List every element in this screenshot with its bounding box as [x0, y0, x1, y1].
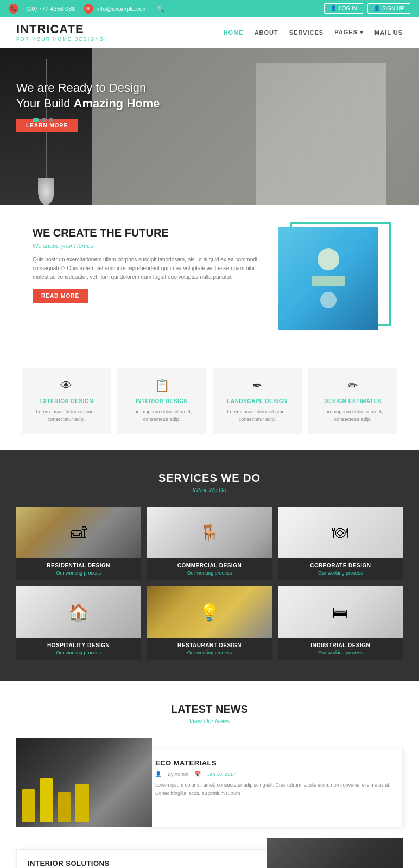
dot-2[interactable] [49, 118, 53, 122]
interior-icon: 📋 [125, 379, 198, 393]
industrial-info: INDUSTRIAL DESIGN Our working process [278, 638, 403, 660]
news-item-2: 🍽 INTERIOR SOLUTIONS 👤 By Admin 📅 Feb 01… [16, 838, 403, 868]
industrial-sub: Our working process [285, 650, 396, 655]
about-body: Quis nostrum exercitationem ullam corpor… [33, 256, 262, 282]
logo: INTRICATE FOR YOUR HOME DESIGNS [16, 22, 104, 42]
news-meta-1: 👤 By Admin 📅 Jan 10, 2017 [155, 771, 391, 777]
email-contact: ✉ info@example.com [84, 4, 147, 14]
nav-mail[interactable]: MAIL US [374, 29, 403, 36]
dot-active[interactable] [33, 118, 39, 122]
signup-button[interactable]: 👤 SIGN UP [367, 3, 410, 14]
about-tagline: We shape your Homes [33, 242, 262, 249]
nav-pages[interactable]: PAGES ▾ [334, 29, 364, 36]
nav-about[interactable]: ABOUT [255, 29, 278, 36]
services-dark-heading: SERVICES WE DO [16, 472, 403, 484]
person-icon: 👤 [330, 5, 337, 11]
dot-1[interactable] [42, 118, 46, 122]
about-image [278, 227, 378, 330]
top-bar-right: 👤 LOG IN 👤 SIGN UP [324, 3, 410, 14]
news-image-2: 🍽 [267, 838, 403, 868]
hero-content: We are Ready to Design Your Build Amazin… [16, 80, 160, 132]
service-item-commercial: 🪑 COMMERCIAL DESIGN Our working process [147, 507, 271, 580]
exterior-icon: 👁 [30, 379, 103, 393]
restaurant-image: 💡 [147, 586, 271, 638]
about-text: WE CREATE THE FUTURE We shape your Homes… [33, 227, 262, 303]
service-card-title-0: EXTERIOR DESIGN [30, 398, 103, 404]
corporate-sub: Our working process [285, 570, 396, 576]
phone-icon: 📞 [9, 4, 18, 14]
nav-services[interactable]: SERVICES [289, 29, 323, 36]
about-section: WE CREATE THE FUTURE We shape your Homes… [0, 205, 419, 357]
service-card-desc-2: Lorem ipsum dolor sit amet, consectetur … [221, 409, 294, 423]
residential-image: 🛋 [16, 507, 141, 558]
commercial-sub: Our working process [154, 570, 265, 576]
logo-subtitle: FOR YOUR HOME DESIGNS [16, 36, 104, 42]
service-card-title-3: DESIGN ESTIMATES [316, 398, 389, 404]
service-item-residential: 🛋 RESIDENTIAL DESIGN Our working process [16, 507, 141, 580]
service-card-interior: 📋 INTERIOR DESIGN Lorem ipsum dolor sit … [117, 368, 206, 434]
latest-news-tagline: View Our News [16, 718, 403, 724]
hospitality-sub: Our working process [23, 650, 134, 655]
news-author-icon-1: 👤 [155, 771, 161, 777]
service-item-industrial: 🛏 INDUSTRIAL DESIGN Our working process [278, 586, 403, 660]
service-card-desc-3: Lorem ipsum dolor sit amet, consectetur … [316, 409, 389, 423]
commercial-info: COMMERCIAL DESIGN Our working process [147, 558, 271, 580]
news-calendar-icon-1: 📅 [195, 771, 201, 777]
services-dark-section: SERVICES WE DO What We Do 🛋 RESIDENTIAL … [0, 450, 419, 681]
estimates-icon: ✏ [316, 379, 389, 393]
header: INTRICATE FOR YOUR HOME DESIGNS HOME ABO… [0, 17, 419, 48]
email-address: info@example.com [96, 5, 147, 12]
login-button[interactable]: 👤 LOG IN [324, 3, 363, 14]
service-card-exterior: 👁 EXTERIOR DESIGN Lorem ipsum dolor sit … [22, 368, 111, 434]
corporate-title: CORPORATE DESIGN [285, 563, 396, 569]
email-icon: ✉ [84, 4, 93, 14]
news-item-1: ECO MATERIALS 👤 By Admin 📅 Jan 10, 2017 … [16, 738, 403, 827]
news-author-1: By Admin [168, 771, 188, 777]
service-card-estimates: ✏ DESIGN ESTIMATES Lorem ipsum dolor sit… [308, 368, 397, 434]
about-heading: WE CREATE THE FUTURE [33, 227, 262, 239]
service-card-landscape: ✒ LANDSCAPE DESIGN Lorem ipsum dolor sit… [213, 368, 302, 434]
news-body-1: Lorem ipsum dolor sit amet, consectetur … [155, 781, 391, 797]
news-content-1: ECO MATERIALS 👤 By Admin 📅 Jan 10, 2017 … [144, 749, 403, 827]
main-nav: HOME ABOUT SERVICES PAGES ▾ MAIL US [224, 29, 403, 36]
hospitality-image: 🏠 [16, 586, 141, 638]
service-item-hospitality: 🏠 HOSPITALITY DESIGN Our working process [16, 586, 141, 660]
service-card-desc-0: Lorem ipsum dolor sit amet, consectetur … [30, 409, 103, 423]
services-dark-tagline: What We Do [16, 487, 403, 493]
news-title-1: ECO MATERIALS [155, 759, 391, 767]
industrial-title: INDUSTRIAL DESIGN [285, 642, 396, 648]
nav-home[interactable]: HOME [224, 29, 244, 36]
about-image-container [278, 227, 386, 335]
news-content-2: INTERIOR SOLUTIONS 👤 By Admin 📅 Feb 01, … [16, 849, 275, 868]
residential-title: RESIDENTIAL DESIGN [23, 563, 134, 569]
corporate-image: 🍽 [278, 507, 403, 558]
hospitality-info: HOSPITALITY DESIGN Our working process [16, 638, 141, 660]
commercial-image: 🪑 [147, 507, 271, 558]
residential-info: RESIDENTIAL DESIGN Our working process [16, 558, 141, 580]
restaurant-sub: Our working process [154, 650, 265, 655]
latest-news-heading: LATEST NEWS [16, 703, 403, 716]
services-grid: 🛋 RESIDENTIAL DESIGN Our working process… [16, 507, 403, 660]
top-bar-left: 📞 + (00) 777 4356 088 ✉ info@example.com… [9, 4, 164, 14]
hero-section: We are Ready to Design Your Build Amazin… [0, 48, 419, 205]
hero-headline: We are Ready to Design Your Build Amazin… [16, 80, 160, 111]
search-icon[interactable]: 🔍 [156, 5, 164, 12]
about-read-more-button[interactable]: READ MORE [33, 289, 88, 303]
news-image-1 [16, 738, 152, 827]
news-date-1: Jan 10, 2017 [207, 771, 236, 777]
logo-title: INTRICATE [16, 22, 104, 36]
latest-news-section: LATEST NEWS View Our News ECO MATERIALS … [0, 681, 419, 868]
landscape-icon: ✒ [221, 379, 294, 393]
hospitality-title: HOSPITALITY DESIGN [23, 642, 134, 648]
signup-icon: 👤 [373, 5, 380, 11]
residential-sub: Our working process [23, 570, 134, 576]
industrial-image: 🛏 [278, 586, 403, 638]
commercial-title: COMMERCIAL DESIGN [154, 563, 265, 569]
top-bar: 📞 + (00) 777 4356 088 ✉ info@example.com… [0, 0, 419, 17]
service-item-restaurant: 💡 RESTAURANT DESIGN Our working process [147, 586, 271, 660]
service-card-title-2: LANDSCAPE DESIGN [221, 398, 294, 404]
corporate-info: CORPORATE DESIGN Our working process [278, 558, 403, 580]
phone-contact: 📞 + (00) 777 4356 088 [9, 4, 75, 14]
restaurant-info: RESTAURANT DESIGN Our working process [147, 638, 271, 660]
hero-dots [33, 118, 53, 122]
